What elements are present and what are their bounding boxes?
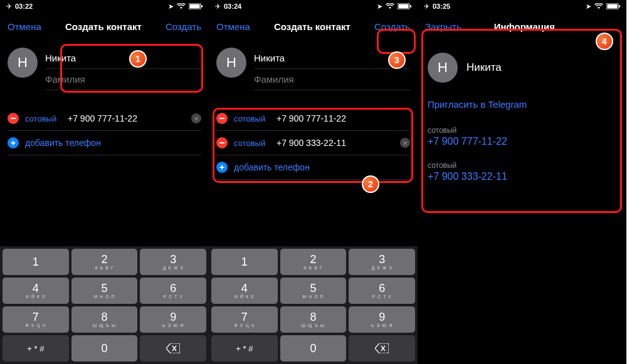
keypad: 12А Б В Г3Д Е Ж З4И Й К Л5М Н О П6Р С Т … xyxy=(209,246,418,364)
phone-type[interactable]: сотовый xyxy=(234,114,270,123)
status-bar: ✈ 03:22 ➤ xyxy=(0,0,209,13)
key-7[interactable]: 7Ф Х Ц Ч xyxy=(3,306,69,333)
phone-number[interactable]: +7 900 333-22-11 xyxy=(277,138,394,148)
phone-label: сотовый xyxy=(428,126,616,135)
key-backspace[interactable] xyxy=(349,335,415,361)
minus-icon[interactable] xyxy=(216,113,228,124)
invite-link[interactable]: Пригласить в Telegram xyxy=(428,94,616,121)
close-button[interactable]: Закрыть xyxy=(425,21,461,32)
step-badge: 3 xyxy=(388,51,406,69)
location-icon: ➤ xyxy=(168,3,174,11)
add-phone-row[interactable]: добавить телефон xyxy=(8,131,201,155)
minus-icon[interactable] xyxy=(216,137,228,148)
airplane-icon: ✈ xyxy=(424,3,429,11)
location-icon: ➤ xyxy=(377,3,382,11)
screen-2: ✈ 03:24 ➤ Отмена Создать контакт Создать… xyxy=(209,0,418,364)
add-phone-label: добавить телефон xyxy=(25,138,101,148)
keypad: 12А Б В Г3Д Е Ж З4И Й К Л5М Н О П6Р С Т … xyxy=(0,246,209,364)
create-button[interactable]: Создать xyxy=(166,21,201,32)
contact-name: Никита xyxy=(466,61,502,74)
key-0[interactable]: 0 xyxy=(280,335,347,361)
airplane-icon: ✈ xyxy=(6,3,12,11)
status-time: 03:22 xyxy=(15,3,33,10)
phone-type[interactable]: сотовый xyxy=(25,114,61,123)
first-name-field[interactable]: Никита xyxy=(254,48,410,69)
phone-number[interactable]: +7 900 777-11-22 xyxy=(428,136,616,147)
location-icon: ➤ xyxy=(586,3,591,11)
battery-icon xyxy=(606,3,620,9)
key-9[interactable]: 9Ь Э Ю Я xyxy=(140,306,206,333)
step-badge: 2 xyxy=(362,175,379,193)
cancel-button[interactable]: Отмена xyxy=(216,21,250,32)
key-symbols[interactable]: + * # xyxy=(211,335,278,361)
clear-icon[interactable]: ✕ xyxy=(400,138,410,148)
wifi-icon xyxy=(177,3,186,9)
key-symbols[interactable]: + * # xyxy=(3,335,69,361)
nav-bar: Отмена Создать контакт Создать xyxy=(209,13,418,40)
key-6[interactable]: 6Р С Т У xyxy=(140,278,206,304)
phone-type[interactable]: сотовый xyxy=(234,138,270,148)
svg-rect-1 xyxy=(190,4,200,9)
svg-rect-8 xyxy=(619,5,620,8)
phone-entry[interactable]: сотовый +7 900 333-22-11 xyxy=(428,156,616,191)
step-badge: 1 xyxy=(129,50,147,68)
key-8[interactable]: 8Ш Щ Ъ Ы xyxy=(280,306,347,333)
clear-icon[interactable]: ✕ xyxy=(191,113,201,123)
phone-number[interactable]: +7 900 777-11-22 xyxy=(277,113,410,123)
nav-bar: Закрыть Информация xyxy=(418,13,626,40)
status-time: 03:24 xyxy=(224,3,241,10)
key-3[interactable]: 3Д Е Ж З xyxy=(140,249,206,275)
screen-3: ✈ 03:25 ➤ Закрыть Информация Н Никита Пр… xyxy=(418,0,626,364)
minus-icon[interactable] xyxy=(8,113,19,124)
svg-rect-2 xyxy=(201,5,203,8)
cancel-button[interactable]: Отмена xyxy=(8,21,41,32)
nav-title: Создать контакт xyxy=(65,21,142,32)
step-badge: 4 xyxy=(596,33,613,50)
nav-bar: Отмена Создать контакт Создать xyxy=(0,13,209,40)
phone-number[interactable]: +7 900 333-22-11 xyxy=(428,171,616,182)
airplane-icon: ✈ xyxy=(215,3,221,11)
phone-number[interactable]: +7 900 777-11-22 xyxy=(68,113,185,123)
key-4[interactable]: 4И Й К Л xyxy=(3,278,69,304)
nav-title: Создать контакт xyxy=(274,21,350,32)
key-3[interactable]: 3Д Е Ж З xyxy=(349,249,415,275)
nav-title: Информация xyxy=(494,21,555,32)
key-5[interactable]: 5М Н О П xyxy=(71,278,138,304)
svg-rect-4 xyxy=(399,4,409,9)
svg-rect-5 xyxy=(410,5,411,8)
key-5[interactable]: 5М Н О П xyxy=(280,278,347,304)
key-4[interactable]: 4И Й К Л xyxy=(211,278,278,304)
first-name-field[interactable]: Никита xyxy=(45,48,201,69)
avatar: Н xyxy=(428,53,458,83)
key-0[interactable]: 0 xyxy=(71,335,138,361)
add-phone-row[interactable]: добавить телефон xyxy=(216,155,410,180)
plus-icon[interactable] xyxy=(216,162,228,173)
phone-row[interactable]: сотовый +7 900 777-11-22 ✕ xyxy=(8,107,201,131)
key-1[interactable]: 1 xyxy=(3,249,69,275)
key-7[interactable]: 7Ф Х Ц Ч xyxy=(211,306,278,333)
key-2[interactable]: 2А Б В Г xyxy=(280,249,347,275)
phone-label: сотовый xyxy=(428,161,616,170)
key-8[interactable]: 8Ш Щ Ъ Ы xyxy=(71,306,138,333)
svg-rect-7 xyxy=(608,4,618,9)
create-button[interactable]: Создать xyxy=(374,21,410,32)
phone-entry[interactable]: сотовый +7 900 777-11-22 xyxy=(428,121,616,156)
last-name-field[interactable]: Фамилия xyxy=(254,69,410,90)
status-bar: ✈ 03:25 ➤ xyxy=(418,0,626,13)
phone-row[interactable]: сотовый +7 900 333-22-11 ✕ xyxy=(216,131,410,155)
key-2[interactable]: 2А Б В Г xyxy=(71,249,138,275)
wifi-icon xyxy=(386,3,394,9)
avatar[interactable]: Н xyxy=(8,48,38,78)
plus-icon[interactable] xyxy=(8,137,19,148)
key-6[interactable]: 6Р С Т У xyxy=(349,278,415,304)
phone-row[interactable]: сотовый +7 900 777-11-22 xyxy=(216,107,410,131)
wifi-icon xyxy=(594,3,603,9)
key-9[interactable]: 9Ь Э Ю Я xyxy=(349,306,415,333)
status-time: 03:25 xyxy=(433,3,450,10)
key-backspace[interactable] xyxy=(140,335,206,361)
status-bar: ✈ 03:24 ➤ xyxy=(209,0,418,13)
key-1[interactable]: 1 xyxy=(211,249,278,275)
avatar[interactable]: Н xyxy=(216,48,246,78)
battery-icon xyxy=(189,3,203,9)
last-name-field[interactable]: Фамилия xyxy=(45,69,201,90)
